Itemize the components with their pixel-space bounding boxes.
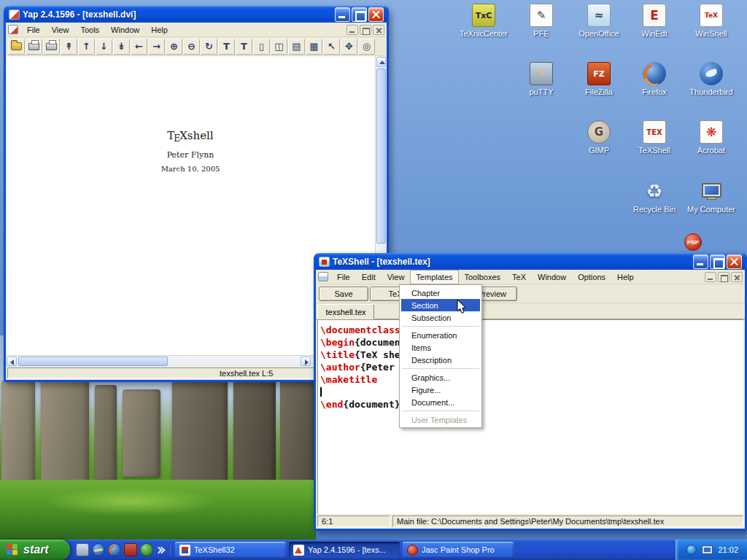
close-button[interactable] bbox=[368, 7, 384, 22]
zoom-out-button[interactable]: ⊖ bbox=[183, 39, 200, 55]
desktop-icon-thunderbird[interactable]: Thunderbird bbox=[685, 62, 738, 96]
scroll-up-button[interactable] bbox=[376, 57, 386, 67]
menu-file[interactable]: File bbox=[21, 23, 46, 37]
desktop-icon-my-computer[interactable]: My Computer bbox=[685, 179, 738, 214]
menu-item-user-templates: User Templates bbox=[401, 413, 480, 426]
menu-file[interactable]: File bbox=[331, 270, 356, 284]
desktop-icon-paint-shop-pro[interactable]: PSP bbox=[677, 233, 709, 251]
code-line: \author{Peter Fly bbox=[320, 361, 740, 373]
texshell-titlebar[interactable]: TeXShell - [texshell.tex] bbox=[316, 253, 745, 270]
desktop-icon-texshell[interactable]: TEX TeXShell bbox=[628, 120, 681, 155]
desktop-icon-pfe[interactable]: ✎ PFE bbox=[515, 4, 568, 38]
menu-item-document[interactable]: Document... bbox=[401, 396, 480, 408]
back-button[interactable]: ← bbox=[131, 39, 147, 55]
menu-item-description[interactable]: Description bbox=[401, 354, 480, 366]
firefox-icon[interactable] bbox=[108, 543, 121, 556]
maximize-button[interactable] bbox=[710, 254, 725, 269]
desktop-icon-openoffice[interactable]: ≈ OpenOffice bbox=[573, 4, 625, 38]
menu-window[interactable]: Window bbox=[105, 23, 145, 37]
select-tool-button[interactable]: ↖ bbox=[323, 39, 340, 55]
minimize-button[interactable] bbox=[693, 254, 708, 269]
internet-explorer-icon[interactable] bbox=[92, 543, 105, 556]
firefox-icon bbox=[643, 62, 666, 85]
desktop-icon-texniccenter[interactable]: TxC TeXnicCenter bbox=[457, 4, 510, 38]
print-setup-button[interactable] bbox=[43, 39, 60, 55]
menu-window[interactable]: Window bbox=[532, 270, 572, 284]
menu-templates[interactable]: Templates bbox=[410, 270, 458, 284]
hand-tool-button[interactable]: ✥ bbox=[341, 39, 357, 55]
menu-item-chapter[interactable]: Chapter bbox=[401, 287, 480, 299]
refresh-button[interactable]: ↻ bbox=[201, 39, 217, 55]
pk-mode-button[interactable]: T bbox=[236, 39, 252, 55]
winshell-icon: TeX bbox=[700, 4, 723, 27]
thunderbird-icon bbox=[700, 62, 723, 85]
open-button[interactable] bbox=[8, 39, 25, 55]
maximize-button[interactable] bbox=[352, 7, 367, 22]
quicklaunch-app-icon[interactable] bbox=[124, 543, 137, 556]
child-restore-button[interactable] bbox=[718, 272, 729, 282]
menu-tools[interactable]: Tools bbox=[74, 23, 105, 37]
previous-page-button[interactable]: ↑ bbox=[78, 39, 95, 55]
continuous-button[interactable]: ▤ bbox=[288, 39, 305, 55]
start-button[interactable]: start bbox=[0, 540, 70, 560]
magnifier-tool-button[interactable]: ◎ bbox=[358, 39, 375, 55]
child-restore-button[interactable] bbox=[360, 25, 371, 35]
tray-status-icon[interactable] bbox=[686, 545, 697, 555]
yap-titlebar[interactable]: Yap 2.4.1596 - [texshell.dvi] bbox=[6, 6, 387, 23]
quicklaunch-overflow-chevron[interactable] bbox=[156, 543, 163, 556]
desktop-icon-gimp[interactable]: G GIMP bbox=[573, 120, 625, 155]
quicklaunch-app-icon[interactable] bbox=[140, 543, 153, 556]
text-mode-button[interactable]: T bbox=[218, 39, 235, 55]
menu-item-enumeration[interactable]: Enumeration bbox=[401, 329, 480, 341]
child-minimize-button[interactable] bbox=[705, 272, 716, 282]
two-pages-button[interactable]: ◫ bbox=[271, 39, 287, 55]
menu-item-section[interactable]: Section bbox=[401, 299, 480, 311]
child-close-button[interactable] bbox=[731, 272, 743, 282]
minimize-button[interactable] bbox=[335, 7, 350, 22]
menu-tex[interactable]: TeX bbox=[506, 270, 532, 284]
menu-view[interactable]: View bbox=[382, 270, 411, 284]
paint-shop-pro-icon: PSP bbox=[684, 233, 702, 251]
print-button[interactable] bbox=[26, 39, 42, 55]
menu-toolboxes[interactable]: Toolboxes bbox=[459, 270, 507, 284]
taskbar-button-yap[interactable]: Yap 2.4.1596 - [texs... bbox=[289, 542, 400, 558]
single-page-button[interactable]: ▯ bbox=[253, 39, 270, 55]
taskbar-button-texshell32[interactable]: TeXShell32 bbox=[175, 542, 286, 558]
desktop-icon-recycle-bin[interactable]: ♻ Recycle Bin bbox=[628, 179, 681, 214]
menu-help[interactable]: Help bbox=[611, 270, 640, 284]
scroll-right-button[interactable] bbox=[301, 357, 311, 366]
desktop-icon-putty[interactable]: ⚡ puTTY bbox=[515, 62, 568, 96]
menu-edit[interactable]: Edit bbox=[356, 270, 382, 284]
desktop-icon-firefox[interactable]: Firefox bbox=[628, 62, 681, 96]
child-close-button[interactable] bbox=[373, 25, 384, 35]
quicklaunch-app-icon[interactable] bbox=[76, 543, 89, 556]
desktop-icon-label: My Computer bbox=[685, 205, 738, 214]
continuous-two-pages-button[interactable]: ▦ bbox=[306, 39, 322, 55]
taskbar-button-paint-shop-pro[interactable]: Jasc Paint Shop Pro bbox=[403, 542, 514, 558]
last-page-button[interactable]: ↡ bbox=[113, 39, 130, 55]
scroll-left-button[interactable] bbox=[7, 357, 17, 366]
code-editor[interactable]: \documentclass{\begin{document\title{TeX… bbox=[317, 319, 743, 514]
menu-help[interactable]: Help bbox=[145, 23, 174, 37]
menu-item-subsection[interactable]: Subsection bbox=[401, 311, 480, 324]
scroll-thumb[interactable] bbox=[376, 69, 386, 244]
desktop-icon-winshell[interactable]: TeX WinShell bbox=[685, 4, 738, 38]
desktop-icon-filezilla[interactable]: FZ FileZilla bbox=[573, 62, 625, 96]
scroll-thumb[interactable] bbox=[18, 357, 168, 366]
save-button[interactable]: Save bbox=[319, 287, 368, 301]
zoom-in-button[interactable]: ⊕ bbox=[166, 39, 182, 55]
desktop-icon-acrobat[interactable]: ❋ Acrobat bbox=[685, 120, 738, 155]
next-page-button[interactable]: ↓ bbox=[96, 39, 112, 55]
first-page-button[interactable]: ↟ bbox=[61, 39, 77, 55]
forward-button[interactable]: → bbox=[148, 39, 165, 55]
child-minimize-button[interactable] bbox=[347, 25, 358, 35]
menu-item-figure[interactable]: Figure... bbox=[401, 384, 480, 396]
menu-item-items[interactable]: Items bbox=[401, 341, 480, 354]
menu-view[interactable]: View bbox=[46, 23, 75, 37]
menu-options[interactable]: Options bbox=[572, 270, 611, 284]
menu-item-graphics[interactable]: Graphics... bbox=[401, 371, 480, 384]
desktop-icon-winedt[interactable]: E WinEdt bbox=[628, 4, 681, 38]
close-button[interactable] bbox=[727, 254, 742, 269]
tab-texshell-tex[interactable]: texshell.tex bbox=[317, 304, 374, 319]
tray-network-icon[interactable] bbox=[702, 545, 713, 554]
